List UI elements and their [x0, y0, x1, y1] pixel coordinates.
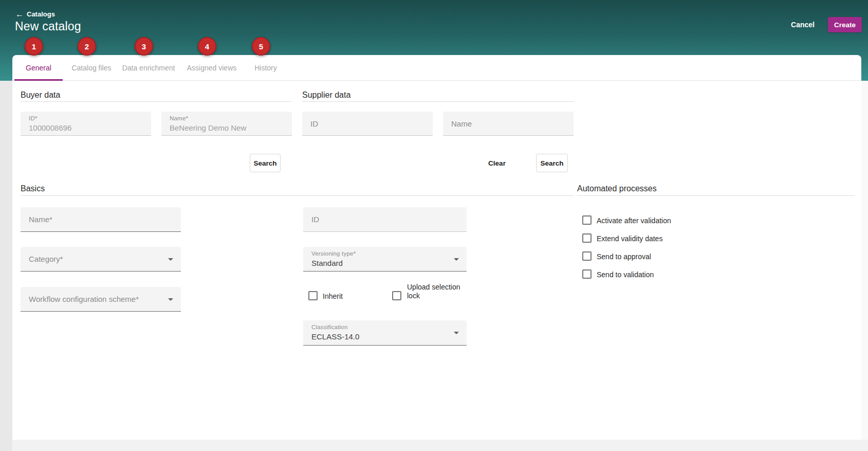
workflow-scheme-select[interactable]: Workflow configuration scheme*: [21, 287, 181, 312]
category-placeholder: Category*: [29, 247, 63, 271]
inherit-checkbox[interactable]: [308, 291, 318, 300]
step-badge-4: 4: [198, 37, 216, 56]
buyer-name-value: BeNeering Demo New: [170, 123, 246, 132]
page-title: New catalog: [15, 20, 81, 33]
content-panel: 1 General 2 Catalog files 3 Data enrichm…: [12, 55, 861, 440]
tab-data-enrichment-label: Data enrichment: [122, 64, 175, 72]
workflow-scheme-placeholder: Workflow configuration scheme*: [29, 287, 139, 311]
basics-id-field[interactable]: ID: [303, 207, 467, 232]
step-badge-2: 2: [78, 37, 96, 56]
versioning-type-value: Standard: [311, 259, 343, 267]
basics-name-placeholder: Name*: [29, 207, 52, 231]
upload-selection-lock-label: Upload selection lock: [407, 283, 469, 300]
left-background-strip: [0, 81, 12, 451]
tab-data-enrichment[interactable]: 3 Data enrichment: [118, 55, 179, 81]
inherit-checkbox-label: Inherit: [323, 292, 343, 301]
breadcrumb[interactable]: ← Catalogs: [15, 10, 55, 18]
buyer-id-label: ID*: [29, 115, 38, 121]
tab-history-label: History: [254, 64, 277, 72]
basics-divider: [21, 195, 574, 196]
tab-assigned-views[interactable]: 4 Assigned views: [179, 55, 245, 81]
supplier-name-field[interactable]: Name: [443, 112, 574, 136]
buyer-data-heading: Buyer data: [21, 91, 60, 100]
step-badge-1: 1: [25, 37, 43, 56]
tab-catalog-files[interactable]: 2 Catalog files: [65, 55, 118, 81]
active-tab-underline: [14, 79, 63, 81]
automated-processes-heading: Automated processes: [577, 184, 657, 193]
automated-processes-divider: [577, 195, 855, 196]
send-to-validation-label: Send to validation: [597, 270, 654, 279]
tab-general-label: General: [26, 64, 51, 72]
bottom-background-band: [12, 440, 868, 451]
versioning-type-label: Versioning type*: [311, 250, 356, 257]
basics-heading: Basics: [21, 184, 45, 193]
versioning-type-select[interactable]: Versioning type* Standard: [303, 247, 467, 272]
breadcrumb-label: Catalogs: [27, 10, 55, 18]
header-actions: Cancel Create: [786, 17, 862, 32]
basics-id-placeholder: ID: [311, 207, 319, 231]
extend-validity-dates-checkbox[interactable]: [582, 233, 592, 243]
supplier-clear-button[interactable]: Clear: [479, 154, 515, 172]
chevron-down-icon: [454, 258, 459, 261]
supplier-name-placeholder: Name: [451, 112, 472, 135]
tab-catalog-files-label: Catalog files: [71, 64, 111, 72]
right-background-strip: [861, 81, 868, 440]
buyer-name-field[interactable]: Name* BeNeering Demo New: [161, 112, 292, 136]
chevron-down-icon: [168, 258, 173, 261]
extend-validity-dates-label: Extend validity dates: [597, 234, 662, 243]
chevron-down-icon: [454, 332, 459, 334]
send-to-approval-label: Send to approval: [597, 252, 651, 261]
back-arrow-icon: ←: [15, 11, 24, 17]
buyer-search-button[interactable]: Search: [250, 154, 281, 172]
buyer-id-field[interactable]: ID* 1000008696: [21, 112, 151, 136]
supplier-data-heading: Supplier data: [302, 91, 350, 100]
buyer-data-divider: [21, 101, 291, 102]
classification-select[interactable]: Classification ECLASS-14.0: [303, 320, 467, 346]
classification-value: ECLASS-14.0: [311, 332, 359, 341]
send-to-approval-checkbox[interactable]: [582, 251, 592, 261]
upload-selection-lock-checkbox[interactable]: [392, 291, 401, 300]
category-select[interactable]: Category*: [21, 247, 181, 272]
chevron-down-icon: [168, 298, 173, 301]
create-button[interactable]: Create: [828, 17, 862, 32]
tab-general[interactable]: 1 General: [12, 55, 65, 81]
supplier-id-field[interactable]: ID: [302, 112, 433, 136]
activate-after-validation-checkbox[interactable]: [582, 215, 592, 225]
supplier-id-placeholder: ID: [310, 112, 318, 135]
tab-history[interactable]: 5 History: [245, 55, 287, 81]
basics-name-field[interactable]: Name*: [21, 207, 181, 232]
send-to-validation-checkbox[interactable]: [582, 269, 592, 279]
step-badge-3: 3: [135, 37, 153, 56]
tab-assigned-views-label: Assigned views: [187, 64, 237, 72]
buyer-id-value: 1000008696: [29, 123, 71, 132]
activate-after-validation-label: Activate after validation: [597, 217, 671, 225]
classification-label: Classification: [311, 324, 348, 330]
tab-bar: 1 General 2 Catalog files 3 Data enrichm…: [12, 55, 861, 81]
supplier-search-button[interactable]: Search: [536, 154, 568, 172]
supplier-data-divider: [302, 101, 574, 102]
step-badge-5: 5: [252, 37, 270, 56]
buyer-name-label: Name*: [170, 115, 188, 121]
cancel-button[interactable]: Cancel: [786, 17, 820, 32]
